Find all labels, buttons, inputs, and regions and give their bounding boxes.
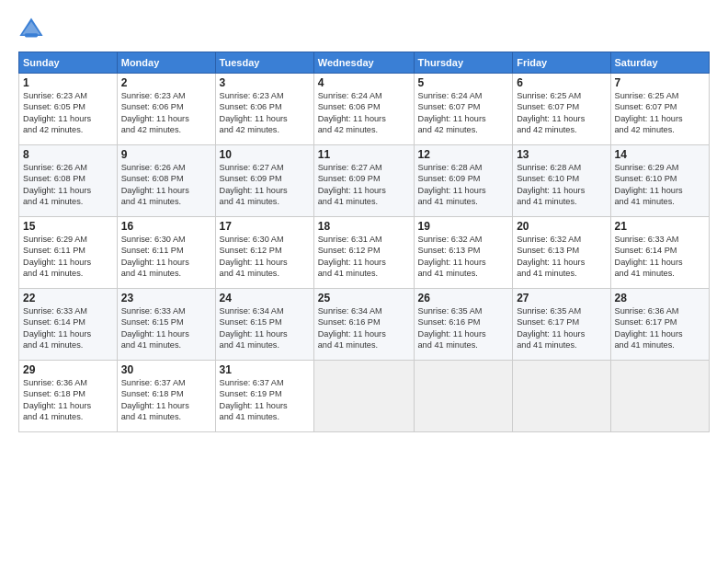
calendar-cell: 30Sunrise: 6:37 AM Sunset: 6:18 PM Dayli… <box>117 361 215 432</box>
day-number: 7 <box>615 76 706 89</box>
day-number: 9 <box>121 148 211 161</box>
day-number: 17 <box>220 220 310 233</box>
calendar-header-row: SundayMondayTuesdayWednesdayThursdayFrid… <box>19 52 710 74</box>
calendar-header-thursday: Thursday <box>414 52 513 74</box>
calendar-cell: 2Sunrise: 6:23 AM Sunset: 6:06 PM Daylig… <box>117 74 215 145</box>
day-info: Sunrise: 6:28 AM Sunset: 6:10 PM Dayligh… <box>517 162 606 208</box>
calendar-week-row: 15Sunrise: 6:29 AM Sunset: 6:11 PM Dayli… <box>19 217 710 289</box>
calendar-cell: 16Sunrise: 6:30 AM Sunset: 6:11 PM Dayli… <box>117 217 215 289</box>
day-info: Sunrise: 6:37 AM Sunset: 6:18 PM Dayligh… <box>121 377 211 423</box>
day-info: Sunrise: 6:29 AM Sunset: 6:11 PM Dayligh… <box>23 234 113 280</box>
calendar-header-sunday: Sunday <box>19 52 118 74</box>
day-number: 29 <box>23 363 113 376</box>
calendar-cell <box>513 361 610 432</box>
day-info: Sunrise: 6:33 AM Sunset: 6:14 PM Dayligh… <box>615 234 706 280</box>
calendar-cell: 6Sunrise: 6:25 AM Sunset: 6:07 PM Daylig… <box>513 74 610 145</box>
day-number: 13 <box>517 148 606 161</box>
calendar-cell: 10Sunrise: 6:27 AM Sunset: 6:09 PM Dayli… <box>215 145 313 217</box>
day-info: Sunrise: 6:29 AM Sunset: 6:10 PM Dayligh… <box>615 162 706 208</box>
day-info: Sunrise: 6:23 AM Sunset: 6:06 PM Dayligh… <box>121 90 211 136</box>
day-number: 22 <box>23 292 113 304</box>
calendar-cell: 1Sunrise: 6:23 AM Sunset: 6:05 PM Daylig… <box>19 74 118 145</box>
day-info: Sunrise: 6:26 AM Sunset: 6:08 PM Dayligh… <box>23 162 113 208</box>
calendar-table: SundayMondayTuesdayWednesdayThursdayFrid… <box>18 52 710 432</box>
day-info: Sunrise: 6:32 AM Sunset: 6:13 PM Dayligh… <box>517 234 606 280</box>
day-number: 28 <box>615 292 706 304</box>
day-info: Sunrise: 6:25 AM Sunset: 6:07 PM Dayligh… <box>517 90 606 136</box>
day-info: Sunrise: 6:27 AM Sunset: 6:09 PM Dayligh… <box>318 162 410 208</box>
calendar-cell: 4Sunrise: 6:24 AM Sunset: 6:06 PM Daylig… <box>313 74 414 145</box>
day-number: 21 <box>615 220 706 233</box>
day-number: 10 <box>220 148 310 161</box>
day-info: Sunrise: 6:26 AM Sunset: 6:08 PM Dayligh… <box>121 162 211 208</box>
day-number: 3 <box>220 76 310 89</box>
logo-icon <box>18 17 44 42</box>
day-info: Sunrise: 6:27 AM Sunset: 6:09 PM Dayligh… <box>220 162 310 208</box>
day-info: Sunrise: 6:33 AM Sunset: 6:15 PM Dayligh… <box>121 305 211 351</box>
day-info: Sunrise: 6:33 AM Sunset: 6:14 PM Dayligh… <box>23 305 113 351</box>
calendar-cell: 19Sunrise: 6:32 AM Sunset: 6:13 PM Dayli… <box>414 217 513 289</box>
calendar-week-row: 1Sunrise: 6:23 AM Sunset: 6:05 PM Daylig… <box>19 74 710 145</box>
day-number: 20 <box>517 220 606 233</box>
day-number: 14 <box>615 148 706 161</box>
calendar-cell: 8Sunrise: 6:26 AM Sunset: 6:08 PM Daylig… <box>19 145 118 217</box>
day-number: 19 <box>418 220 509 233</box>
calendar-cell <box>610 361 710 432</box>
header <box>18 17 710 42</box>
day-info: Sunrise: 6:24 AM Sunset: 6:06 PM Dayligh… <box>318 90 410 136</box>
day-info: Sunrise: 6:36 AM Sunset: 6:17 PM Dayligh… <box>615 305 706 351</box>
calendar-cell: 23Sunrise: 6:33 AM Sunset: 6:15 PM Dayli… <box>117 289 215 361</box>
page: SundayMondayTuesdayWednesdayThursdayFrid… <box>0 0 728 563</box>
day-number: 18 <box>318 220 410 233</box>
calendar-cell: 26Sunrise: 6:35 AM Sunset: 6:16 PM Dayli… <box>414 289 513 361</box>
calendar-cell: 12Sunrise: 6:28 AM Sunset: 6:09 PM Dayli… <box>414 145 513 217</box>
day-number: 26 <box>418 292 509 304</box>
day-number: 25 <box>318 292 410 304</box>
day-number: 5 <box>418 76 509 89</box>
day-info: Sunrise: 6:35 AM Sunset: 6:16 PM Dayligh… <box>418 305 509 351</box>
calendar-cell: 25Sunrise: 6:34 AM Sunset: 6:16 PM Dayli… <box>313 289 414 361</box>
logo <box>18 17 48 42</box>
day-number: 12 <box>418 148 509 161</box>
calendar-cell: 17Sunrise: 6:30 AM Sunset: 6:12 PM Dayli… <box>215 217 313 289</box>
day-info: Sunrise: 6:37 AM Sunset: 6:19 PM Dayligh… <box>220 377 310 423</box>
calendar-header-friday: Friday <box>513 52 610 74</box>
calendar-cell: 29Sunrise: 6:36 AM Sunset: 6:18 PM Dayli… <box>19 361 118 432</box>
day-info: Sunrise: 6:32 AM Sunset: 6:13 PM Dayligh… <box>418 234 509 280</box>
calendar-cell: 14Sunrise: 6:29 AM Sunset: 6:10 PM Dayli… <box>610 145 710 217</box>
day-number: 16 <box>121 220 211 233</box>
calendar-cell: 11Sunrise: 6:27 AM Sunset: 6:09 PM Dayli… <box>313 145 414 217</box>
svg-rect-2 <box>25 33 38 37</box>
calendar-week-row: 29Sunrise: 6:36 AM Sunset: 6:18 PM Dayli… <box>19 361 710 432</box>
calendar-header-monday: Monday <box>117 52 215 74</box>
calendar-cell: 31Sunrise: 6:37 AM Sunset: 6:19 PM Dayli… <box>215 361 313 432</box>
calendar-cell: 18Sunrise: 6:31 AM Sunset: 6:12 PM Dayli… <box>313 217 414 289</box>
day-info: Sunrise: 6:31 AM Sunset: 6:12 PM Dayligh… <box>318 234 410 280</box>
day-info: Sunrise: 6:23 AM Sunset: 6:05 PM Dayligh… <box>23 90 113 136</box>
day-number: 31 <box>220 363 310 376</box>
day-info: Sunrise: 6:35 AM Sunset: 6:17 PM Dayligh… <box>517 305 606 351</box>
day-number: 24 <box>220 292 310 304</box>
day-info: Sunrise: 6:23 AM Sunset: 6:06 PM Dayligh… <box>220 90 310 136</box>
calendar-cell: 3Sunrise: 6:23 AM Sunset: 6:06 PM Daylig… <box>215 74 313 145</box>
calendar-cell: 15Sunrise: 6:29 AM Sunset: 6:11 PM Dayli… <box>19 217 118 289</box>
calendar-header-wednesday: Wednesday <box>313 52 414 74</box>
day-info: Sunrise: 6:24 AM Sunset: 6:07 PM Dayligh… <box>418 90 509 136</box>
calendar-cell: 21Sunrise: 6:33 AM Sunset: 6:14 PM Dayli… <box>610 217 710 289</box>
calendar-cell: 20Sunrise: 6:32 AM Sunset: 6:13 PM Dayli… <box>513 217 610 289</box>
calendar-week-row: 8Sunrise: 6:26 AM Sunset: 6:08 PM Daylig… <box>19 145 710 217</box>
day-info: Sunrise: 6:25 AM Sunset: 6:07 PM Dayligh… <box>615 90 706 136</box>
calendar-week-row: 22Sunrise: 6:33 AM Sunset: 6:14 PM Dayli… <box>19 289 710 361</box>
day-info: Sunrise: 6:36 AM Sunset: 6:18 PM Dayligh… <box>23 377 113 423</box>
calendar-header-tuesday: Tuesday <box>215 52 313 74</box>
calendar-cell: 24Sunrise: 6:34 AM Sunset: 6:15 PM Dayli… <box>215 289 313 361</box>
day-number: 2 <box>121 76 211 89</box>
day-number: 11 <box>318 148 410 161</box>
calendar-cell: 7Sunrise: 6:25 AM Sunset: 6:07 PM Daylig… <box>610 74 710 145</box>
day-info: Sunrise: 6:30 AM Sunset: 6:11 PM Dayligh… <box>121 234 211 280</box>
day-info: Sunrise: 6:34 AM Sunset: 6:15 PM Dayligh… <box>220 305 310 351</box>
day-number: 1 <box>23 76 113 89</box>
calendar-cell: 27Sunrise: 6:35 AM Sunset: 6:17 PM Dayli… <box>513 289 610 361</box>
day-number: 27 <box>517 292 606 304</box>
day-number: 6 <box>517 76 606 89</box>
